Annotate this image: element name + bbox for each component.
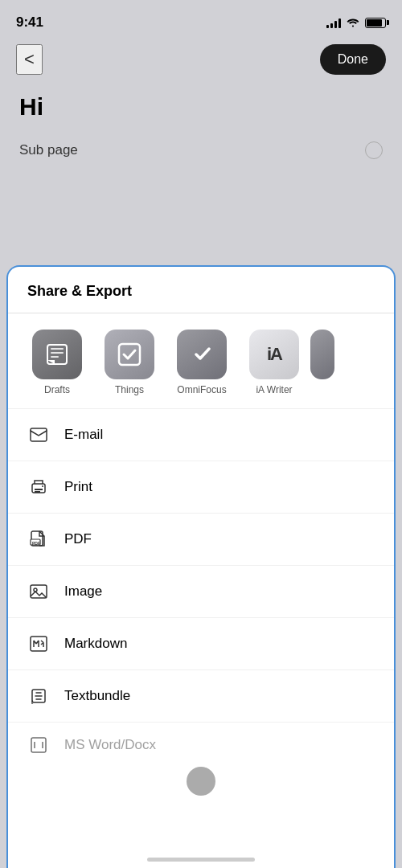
scroll-indicator <box>187 767 215 796</box>
menu-item-print[interactable]: Print <box>8 461 394 514</box>
share-export-sheet: Share & Export Drafts <box>6 265 396 868</box>
status-bar: 9:41 <box>0 0 402 39</box>
page-title: Hi <box>19 93 383 121</box>
wifi-icon <box>346 16 360 30</box>
omnifocus-icon <box>177 330 227 379</box>
sub-page-row[interactable]: Sub page <box>0 130 402 170</box>
things-icon <box>105 330 154 379</box>
app-icon-omnifocus[interactable]: OmniFocus <box>166 330 238 395</box>
menu-item-email[interactable]: E-mail <box>8 409 394 461</box>
svg-rect-4 <box>119 344 140 365</box>
home-indicator <box>147 858 255 862</box>
ms-word-icon <box>27 734 50 756</box>
done-button[interactable]: Done <box>320 44 386 75</box>
drafts-label: Drafts <box>44 384 70 395</box>
signal-icon <box>326 17 341 28</box>
image-icon <box>27 580 50 603</box>
app-icon-things[interactable]: Things <box>93 330 166 395</box>
status-time: 9:41 <box>16 14 43 31</box>
email-label: E-mail <box>64 427 103 443</box>
sub-page-label: Sub page <box>19 142 78 158</box>
sheet-title: Share & Export <box>27 283 132 299</box>
menu-item-textbundle[interactable]: t Textbundle <box>8 670 394 723</box>
app-icon-partial <box>310 330 334 379</box>
menu-item-image[interactable]: Image <box>8 566 394 618</box>
pdf-label: PDF <box>64 531 92 547</box>
pdf-icon: PDF <box>27 528 50 551</box>
image-label: Image <box>64 583 102 600</box>
page-title-area: Hi <box>0 80 402 130</box>
menu-item-ms-word[interactable]: MS Word/Docx <box>8 723 394 768</box>
svg-rect-5 <box>31 428 47 441</box>
svg-text:PDF: PDF <box>32 541 40 546</box>
app-icon-ia-writer[interactable]: iA iA Writer <box>238 330 310 395</box>
sub-page-toggle[interactable] <box>365 141 383 159</box>
back-button[interactable]: < <box>16 44 43 75</box>
app-icons-row: Drafts Things OmniFocus iA <box>8 313 394 409</box>
markdown-icon <box>27 633 50 655</box>
menu-item-pdf[interactable]: PDF PDF <box>8 514 394 566</box>
email-icon <box>27 424 50 446</box>
things-label: Things <box>115 384 144 395</box>
print-label: Print <box>64 479 92 495</box>
textbundle-label: Textbundle <box>64 688 130 704</box>
svg-rect-2 <box>51 352 64 354</box>
svg-rect-3 <box>51 356 59 358</box>
menu-item-markdown[interactable]: Markdown <box>8 618 394 670</box>
app-icon-drafts[interactable]: Drafts <box>21 330 93 395</box>
svg-rect-7 <box>35 489 43 490</box>
svg-rect-8 <box>35 491 40 493</box>
svg-rect-24 <box>31 738 46 752</box>
textbundle-icon: t <box>27 685 50 707</box>
nav-bar: < Done <box>0 39 402 80</box>
ms-word-label: MS Word/Docx <box>64 737 156 753</box>
svg-rect-1 <box>51 348 64 350</box>
markdown-label: Markdown <box>64 636 127 652</box>
omnifocus-label: OmniFocus <box>177 384 226 395</box>
battery-icon <box>365 18 386 28</box>
status-icons <box>326 16 386 30</box>
ia-writer-label: iA Writer <box>256 384 292 395</box>
print-icon <box>27 476 50 498</box>
svg-point-9 <box>42 485 43 487</box>
partial-icon <box>310 330 334 379</box>
drafts-icon <box>32 330 82 379</box>
ia-writer-icon: iA <box>249 330 299 379</box>
sheet-header: Share & Export <box>8 267 394 313</box>
